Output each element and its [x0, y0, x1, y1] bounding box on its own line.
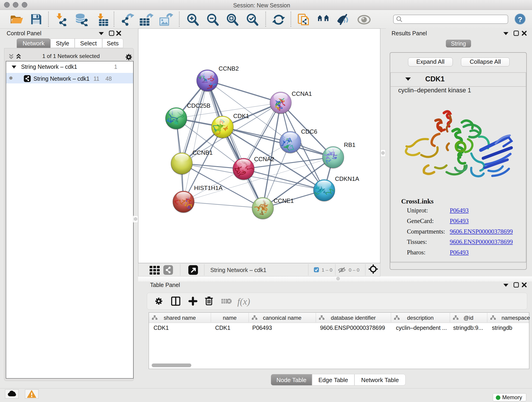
svg-text:CDC25B: CDC25B	[187, 102, 210, 109]
svg-text:HIST1H1A: HIST1H1A	[194, 185, 223, 191]
svg-text:CDC6: CDC6	[301, 128, 317, 135]
svg-text:CCNB1: CCNB1	[192, 149, 213, 156]
svg-text:CCNA1: CCNA1	[292, 90, 312, 97]
svg-text:CDK1: CDK1	[233, 113, 249, 119]
svg-text:CCNA2: CCNA2	[254, 156, 274, 162]
svg-text:CCNB2: CCNB2	[219, 65, 239, 72]
svg-text:CDKN1A: CDKN1A	[335, 175, 359, 182]
svg-text:RB1: RB1	[344, 141, 355, 148]
svg-text:CCNE1: CCNE1	[273, 197, 294, 204]
